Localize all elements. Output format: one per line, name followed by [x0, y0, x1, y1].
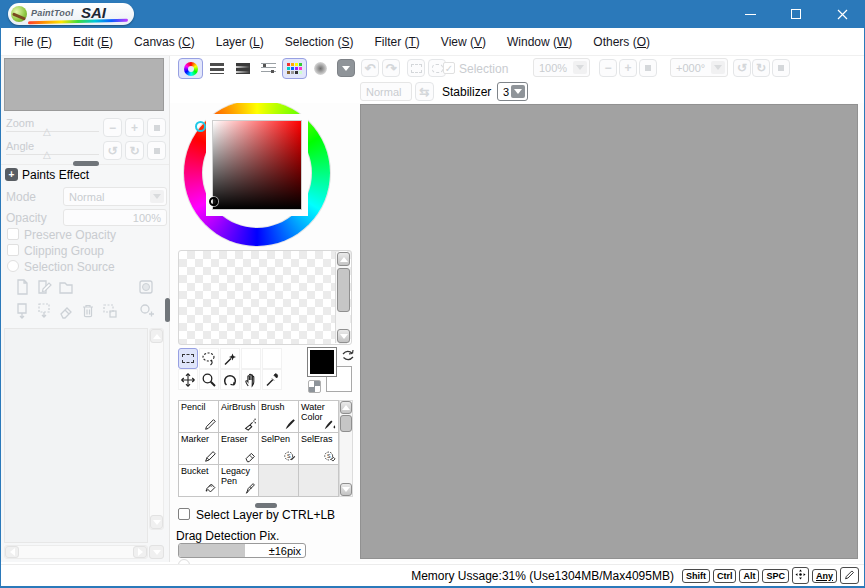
- brush-grid-scrollbar[interactable]: [339, 400, 353, 497]
- canvas-workspace[interactable]: [360, 104, 858, 559]
- view-zoom-dropdown[interactable]: 100%: [533, 58, 590, 77]
- layer-list-hscrollbar[interactable]: [4, 545, 148, 559]
- new-layer-button[interactable]: [13, 278, 31, 300]
- transfer-down-button[interactable]: [13, 302, 31, 324]
- view-angle-dropdown[interactable]: +000°: [670, 58, 728, 77]
- rgb-slider-toggle-button[interactable]: [204, 58, 229, 79]
- scroll-corner-button[interactable]: [149, 545, 164, 559]
- scroll-right-button[interactable]: [133, 546, 147, 558]
- tool-move[interactable]: [178, 369, 198, 390]
- tool-empty-slot[interactable]: [262, 348, 282, 369]
- clipping-group-checkbox[interactable]: [7, 244, 19, 256]
- nav-zoom-reset-button[interactable]: [147, 118, 166, 137]
- sv-cursor-icon[interactable]: [209, 197, 218, 206]
- undo-button[interactable]: ↶: [361, 59, 379, 77]
- merge-copy-button[interactable]: [101, 302, 119, 324]
- drag-detection-slider[interactable]: ±16pix: [178, 543, 306, 558]
- nav-rotate-cw-button[interactable]: ↻: [125, 141, 144, 160]
- minimize-button[interactable]: [727, 0, 773, 28]
- foreground-color-swatch[interactable]: [308, 348, 336, 376]
- nav-zoom-in-button[interactable]: +: [125, 118, 144, 137]
- clear-layer-button[interactable]: [57, 302, 75, 324]
- tool-hand[interactable]: [241, 369, 261, 390]
- brush-seleras[interactable]: SelErasS: [299, 433, 339, 465]
- brush-bucket[interactable]: Bucket: [179, 465, 219, 497]
- tool-empty-slot[interactable]: [241, 348, 261, 369]
- selection-checkbox[interactable]: ✓: [443, 62, 455, 74]
- brush-brush[interactable]: Brush: [259, 401, 299, 433]
- menu-others[interactable]: Others (O): [593, 35, 650, 49]
- transform-selection-button[interactable]: [407, 59, 425, 77]
- layer-list[interactable]: [4, 328, 148, 543]
- tool-zoom[interactable]: [199, 369, 219, 390]
- scrollbar-thumb[interactable]: [337, 268, 350, 312]
- color-mixer-toggle-button[interactable]: [256, 58, 281, 79]
- brush-watercolor[interactable]: Water Color: [299, 401, 339, 433]
- scroll-up-button[interactable]: [340, 401, 352, 414]
- tool-rotate-canvas[interactable]: [220, 369, 240, 390]
- nav-zoom-out-button[interactable]: −: [103, 118, 122, 137]
- menu-filter[interactable]: Filter (T): [375, 35, 420, 49]
- opacity-field[interactable]: 100%: [63, 209, 167, 226]
- delete-layer-button[interactable]: [79, 302, 97, 324]
- panel-more-button[interactable]: [337, 59, 355, 77]
- brush-pencil[interactable]: Pencil: [179, 401, 219, 433]
- rotate-ccw-button[interactable]: ↺: [733, 59, 751, 77]
- select-layer-checkbox[interactable]: [178, 508, 190, 520]
- scroll-up-button[interactable]: [150, 329, 163, 343]
- tool-eyedropper[interactable]: [262, 369, 282, 390]
- close-button[interactable]: [819, 0, 865, 28]
- new-folder-button[interactable]: [57, 278, 75, 300]
- scrollbar-thumb[interactable]: [340, 415, 352, 432]
- navigator-preview[interactable]: [4, 58, 164, 111]
- color-wheel-toggle-button[interactable]: [178, 58, 203, 79]
- slider-marker-icon[interactable]: △: [43, 149, 51, 160]
- tool-lasso[interactable]: [199, 348, 219, 369]
- brush-empty-slot[interactable]: [299, 465, 339, 497]
- preserve-opacity-checkbox[interactable]: [7, 228, 19, 240]
- apply-mask-button[interactable]: [137, 302, 155, 324]
- brush-marker[interactable]: Marker: [179, 433, 219, 465]
- angle-reset-button[interactable]: [772, 59, 790, 77]
- slider-marker-icon[interactable]: △: [43, 126, 51, 137]
- brush-eraser[interactable]: Eraser: [219, 433, 259, 465]
- zoom-in-button[interactable]: +: [619, 59, 637, 77]
- tool-rect-select[interactable]: [178, 348, 198, 369]
- swatches-toggle-button[interactable]: [282, 58, 307, 79]
- menu-canvas[interactable]: Canvas (C): [134, 35, 195, 49]
- menu-edit[interactable]: Edit (E): [73, 35, 113, 49]
- mode-dropdown[interactable]: Normal: [63, 187, 167, 206]
- panel-divider-handle[interactable]: [73, 161, 99, 166]
- scroll-down-button[interactable]: [337, 329, 350, 343]
- saturation-value-square[interactable]: [212, 120, 302, 210]
- selection-source-radio[interactable]: [7, 260, 19, 272]
- nav-angle-reset-button[interactable]: [147, 141, 166, 160]
- swap-color-button[interactable]: ⇆: [415, 82, 434, 101]
- new-linework-layer-button[interactable]: [35, 278, 53, 300]
- layer-list-vscrollbar[interactable]: [149, 328, 164, 530]
- paints-effect-expand-icon[interactable]: +: [5, 168, 18, 181]
- menu-layer[interactable]: Layer (L): [216, 35, 264, 49]
- layer-mask-button[interactable]: [137, 278, 155, 300]
- scroll-up-button[interactable]: [337, 252, 350, 266]
- brush-empty-slot[interactable]: [259, 465, 299, 497]
- swatches-scrollbar[interactable]: [335, 252, 350, 343]
- scroll-down-button[interactable]: [340, 483, 352, 496]
- brush-selpen[interactable]: SelPenS: [259, 433, 299, 465]
- nav-rotate-ccw-button[interactable]: ↺: [103, 141, 122, 160]
- rotate-cw-button[interactable]: ↻: [752, 59, 770, 77]
- menu-file[interactable]: File (F): [14, 35, 52, 49]
- navigator-angle-slider[interactable]: [6, 154, 99, 155]
- brush-airbrush[interactable]: AirBrush: [219, 401, 259, 433]
- menu-selection[interactable]: Selection (S): [285, 35, 354, 49]
- zoom-out-button[interactable]: −: [599, 59, 617, 77]
- maximize-button[interactable]: [773, 0, 819, 28]
- menu-window[interactable]: Window (W): [507, 35, 572, 49]
- scroll-down-button[interactable]: [150, 515, 163, 529]
- merge-down-button[interactable]: [35, 302, 53, 324]
- transparent-color-button[interactable]: [308, 380, 321, 393]
- tool-magic-wand[interactable]: [220, 348, 240, 369]
- scratchpad-toggle-button[interactable]: [308, 58, 333, 79]
- navigator-zoom-slider[interactable]: [6, 131, 99, 132]
- menu-view[interactable]: View (V): [441, 35, 486, 49]
